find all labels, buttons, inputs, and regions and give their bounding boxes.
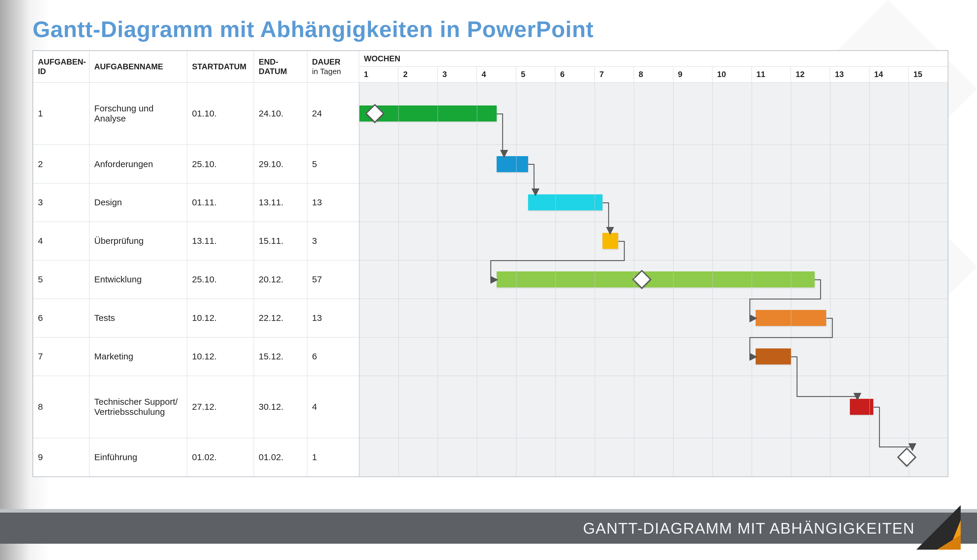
gantt-bar (497, 272, 815, 287)
cell-end: 13.11. (254, 183, 307, 222)
week-num: 4 (477, 67, 516, 82)
page-title: Gantt-Diagramm mit Abhängigkeiten in Pow… (33, 16, 594, 42)
cell-dur: 13 (307, 183, 359, 222)
week-num: 14 (869, 67, 908, 82)
corner-accent (916, 505, 961, 550)
cell-id: 5 (33, 260, 90, 299)
gantt-bar (497, 156, 528, 172)
cell-dur: 57 (307, 260, 359, 299)
cell-name: Anforderungen (90, 145, 187, 183)
gantt-cell (359, 337, 948, 376)
cell-end: 29.10. (254, 145, 307, 183)
gantt-cell (359, 145, 948, 183)
cell-name: Design (90, 183, 187, 222)
cell-id: 4 (33, 222, 90, 260)
cell-dur: 4 (307, 376, 359, 438)
table-row: 7Marketing10.12.15.12.6 (33, 337, 948, 376)
footer-bar: GANTT-DIAGRAMM MIT ABHÄNGIGKEITEN (0, 513, 977, 544)
cell-end: 22.12. (254, 299, 307, 337)
week-num: 12 (790, 67, 830, 82)
dur-sublabel: in Tagen (312, 67, 341, 76)
table-row: 9Einführung01.02.01.02.1 (33, 438, 948, 477)
dur-label: DAUER (312, 57, 340, 67)
cell-id: 1 (33, 82, 90, 145)
cell-id: 2 (33, 145, 90, 183)
col-header-end: END-DATUM (254, 51, 307, 83)
cell-dur: 1 (307, 438, 359, 477)
table-row: 3Design01.11.13.11.13 (33, 183, 948, 222)
gantt-cell (359, 82, 948, 145)
week-num: 5 (516, 67, 555, 82)
table-row: 5Entwicklung25.10.20.12.57 (33, 260, 948, 299)
cell-dur: 3 (307, 222, 359, 260)
week-num: 11 (752, 67, 790, 82)
col-header-start: STARTDATUM (187, 51, 254, 83)
cell-end: 24.10. (254, 82, 307, 145)
cell-start: 01.11. (187, 183, 254, 222)
col-header-name: AUFGABENNAME (90, 51, 187, 83)
week-num: 9 (673, 67, 712, 82)
week-num: 1 (359, 67, 398, 82)
gantt-table: AUFGABEN-ID AUFGABENNAME STARTDATUM END-… (33, 51, 948, 477)
cell-end: 20.12. (254, 260, 307, 299)
table-row: 1Forschung und Analyse01.10.24.10.24 (33, 82, 948, 145)
cell-start: 01.10. (187, 82, 254, 145)
cell-dur: 13 (307, 299, 359, 337)
cell-start: 25.10. (187, 260, 254, 299)
gantt-cell (359, 438, 948, 477)
gantt-cell (359, 299, 948, 337)
cell-name: Tests (90, 299, 187, 337)
gantt-cell (359, 376, 948, 438)
cell-name: Marketing (90, 337, 187, 376)
cell-end: 15.12. (254, 337, 307, 376)
gantt-bar (602, 233, 618, 249)
cell-start: 01.02. (187, 438, 254, 477)
week-num: 3 (437, 67, 477, 82)
cell-dur: 6 (307, 337, 359, 376)
cell-name: Einführung (90, 438, 187, 477)
cell-id: 3 (33, 183, 90, 222)
table-row: 4Überprüfung13.11.15.11.3 (33, 222, 948, 260)
week-num: 10 (712, 67, 752, 82)
col-header-dur: DAUER in Tagen (307, 51, 359, 83)
cell-id: 9 (33, 438, 90, 477)
col-header-id: AUFGABEN-ID (33, 51, 90, 83)
cell-end: 30.12. (254, 376, 307, 438)
gantt-bar (528, 194, 603, 210)
gantt-bar (756, 310, 826, 326)
week-num: 2 (398, 67, 437, 82)
cell-name: Entwicklung (90, 260, 187, 299)
week-num: 15 (909, 67, 948, 82)
cell-id: 8 (33, 376, 90, 438)
cell-id: 6 (33, 299, 90, 337)
table-row: 8Technischer Support/ Vertriebsschulung2… (33, 376, 948, 438)
week-num: 13 (830, 67, 869, 82)
cell-name: Überprüfung (90, 222, 187, 260)
cell-start: 13.11. (187, 222, 254, 260)
gantt-bar (850, 399, 873, 415)
cell-start: 10.12. (187, 337, 254, 376)
gantt-cell (359, 260, 948, 299)
table-row: 6Tests10.12.22.12.13 (33, 299, 948, 337)
cell-end: 15.11. (254, 222, 307, 260)
footer-text: GANTT-DIAGRAMM MIT ABHÄNGIGKEITEN (583, 519, 915, 537)
gantt-chart: AUFGABEN-ID AUFGABENNAME STARTDATUM END-… (33, 50, 948, 477)
cell-dur: 5 (307, 145, 359, 183)
slide: Gantt-Diagramm mit Abhängigkeiten in Pow… (0, 0, 977, 560)
table-row: 2Anforderungen25.10.29.10.5 (33, 145, 948, 183)
gantt-bar (756, 348, 791, 365)
cell-dur: 24 (307, 82, 359, 145)
gantt-cell (359, 183, 948, 222)
gantt-cell (359, 222, 948, 260)
cell-start: 27.12. (187, 376, 254, 438)
cell-name: Forschung und Analyse (90, 82, 187, 145)
cell-end: 01.02. (254, 438, 307, 477)
week-num: 8 (634, 67, 673, 82)
milestone-diamond-icon (897, 448, 916, 467)
cell-start: 25.10. (187, 145, 254, 183)
week-num: 6 (555, 67, 594, 82)
cell-start: 10.12. (187, 299, 254, 337)
col-header-weeks: WOCHEN (359, 51, 948, 67)
week-num: 7 (594, 67, 634, 82)
cell-id: 7 (33, 337, 90, 376)
